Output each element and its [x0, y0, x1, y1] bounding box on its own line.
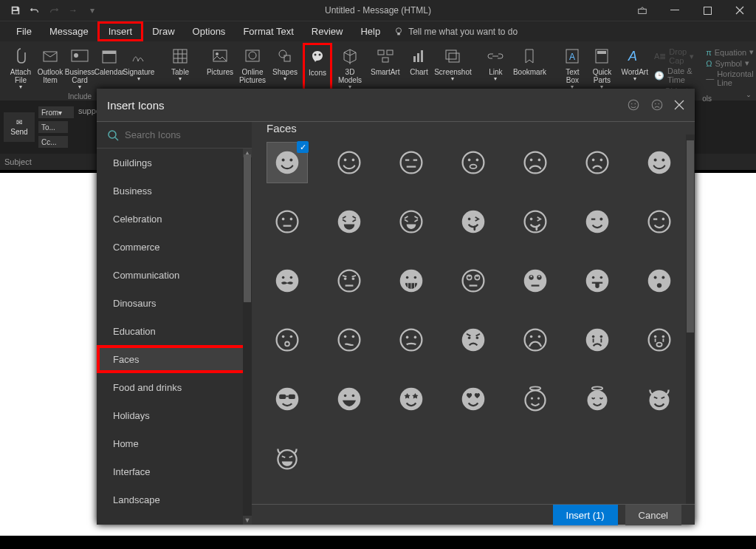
face-icon-neutral[interactable] — [391, 142, 432, 183]
tab-format-text[interactable]: Format Text — [234, 21, 302, 41]
face-icon-smile-solid[interactable]: ✓ — [267, 142, 308, 183]
svg-point-68 — [462, 211, 485, 233]
face-icon-sunglasses[interactable] — [267, 378, 308, 420]
category-commerce[interactable]: Commerce — [97, 233, 252, 261]
face-icon-meh[interactable] — [391, 319, 432, 361]
insert-button[interactable]: Insert (1) — [553, 505, 618, 525]
calendar-button[interactable]: Calendar — [94, 44, 124, 92]
grid-scroll-thumb[interactable] — [687, 140, 694, 333]
symbol-button[interactable]: ΩSymbol ▾ — [706, 58, 754, 68]
face-icon-surprised-outline[interactable] — [267, 319, 308, 361]
tab-review[interactable]: Review — [303, 21, 352, 41]
scroll-thumb[interactable] — [244, 154, 251, 302]
face-icon-worried[interactable] — [453, 319, 494, 361]
search-box[interactable] — [97, 122, 252, 149]
face-icon-bigfrown[interactable] — [515, 319, 556, 361]
tab-insert[interactable]: Insert — [97, 21, 144, 41]
face-icon-crying-outline[interactable] — [639, 319, 680, 361]
category-faces[interactable]: Faces — [97, 345, 252, 373]
to-button[interactable]: To... — [38, 121, 68, 133]
from-button[interactable]: From ▾ — [38, 106, 74, 118]
face-icon-silly-outline[interactable] — [515, 201, 556, 242]
icon-category-header: Faces — [252, 122, 695, 134]
feedback-frown-icon[interactable] — [650, 98, 664, 112]
cc-button[interactable]: Cc... — [38, 136, 68, 148]
face-icon-crying[interactable] — [577, 319, 618, 361]
face-icon-angel[interactable] — [515, 378, 556, 420]
category-scrollbar[interactable]: ▲ ▼ — [243, 149, 252, 525]
tab-message[interactable]: Message — [41, 21, 97, 41]
tab-options[interactable]: Options — [184, 21, 235, 41]
ribbon-options-icon[interactable] — [626, 0, 659, 21]
face-icon-eyeroll-solid[interactable] — [515, 260, 556, 301]
category-business[interactable]: Business — [97, 177, 252, 205]
category-education[interactable]: Education — [97, 317, 252, 345]
lightbulb-icon — [394, 27, 404, 37]
face-icon-smile-solid2[interactable] — [639, 142, 680, 183]
close-button[interactable] — [724, 0, 756, 21]
face-icon-wink-outline[interactable] — [639, 201, 680, 242]
face-icon-wink[interactable] — [577, 201, 618, 242]
minimize-button[interactable] — [659, 0, 691, 21]
attach-file-button[interactable]: Attach File▾ — [6, 44, 35, 92]
signature-button[interactable]: Signature▾ — [124, 44, 154, 92]
face-icon-devil-outline[interactable] — [267, 437, 308, 479]
face-icon-smile-outline[interactable] — [329, 142, 370, 183]
category-holidays[interactable]: Holidays — [97, 401, 252, 429]
outlook-item-button[interactable]: Outlook Item — [35, 44, 65, 92]
cancel-button[interactable]: Cancel — [625, 505, 681, 525]
face-icon-confused[interactable] — [329, 319, 370, 361]
face-icon-starry[interactable] — [391, 378, 432, 420]
category-dinosaurs[interactable]: Dinosaurs — [97, 289, 252, 317]
svg-point-122 — [538, 335, 541, 338]
category-communication[interactable]: Communication — [97, 261, 252, 289]
category-buildings[interactable]: Buildings — [97, 149, 252, 177]
category-celebration[interactable]: Celebration — [97, 205, 252, 233]
save-icon[interactable] — [10, 5, 21, 16]
face-icon-annoyed[interactable] — [329, 260, 370, 301]
business-card-button[interactable]: Business Card▾ — [65, 44, 94, 92]
svg-point-128 — [662, 335, 665, 338]
face-icon-devil[interactable] — [639, 378, 680, 420]
svg-point-57 — [592, 159, 595, 162]
tab-file[interactable]: File — [7, 21, 41, 41]
undo-icon[interactable] — [30, 5, 40, 16]
feedback-smile-icon[interactable] — [627, 98, 640, 112]
category-interface[interactable]: Interface — [97, 457, 252, 485]
datetime-button[interactable]: 🕒Date & Time — [654, 67, 694, 84]
qat-more-icon[interactable]: ▾ — [87, 5, 97, 16]
hline-button[interactable]: —Horizontal Line — [706, 69, 754, 87]
face-icon-angel-solid[interactable] — [577, 378, 618, 420]
svg-rect-24 — [421, 50, 423, 62]
svg-point-39 — [276, 151, 299, 174]
face-icon-neutral2[interactable] — [267, 201, 308, 242]
search-input[interactable] — [125, 129, 236, 140]
close-icon[interactable] — [674, 100, 684, 110]
face-icon-sad[interactable] — [577, 142, 618, 183]
tell-me[interactable]: Tell me what you want to do — [394, 27, 518, 37]
tab-draw[interactable]: Draw — [143, 21, 183, 41]
face-icon-eyeroll[interactable] — [453, 260, 494, 301]
face-icon-open-smile[interactable] — [453, 142, 494, 183]
maximize-button[interactable] — [691, 0, 724, 21]
ribbon-collapse-icon[interactable]: ˇ — [747, 95, 750, 105]
category-home[interactable]: Home — [97, 429, 252, 457]
category-food-drinks[interactable]: Food and drinks — [97, 373, 252, 401]
face-icon-laugh-outline[interactable] — [391, 201, 432, 242]
face-icon-grin[interactable] — [391, 260, 432, 301]
face-icon-bigsmile[interactable] — [329, 378, 370, 420]
send-button[interactable]: ✉ Send — [4, 112, 35, 142]
category-landscape[interactable]: Landscape — [97, 485, 252, 514]
face-icon-tongue[interactable] — [577, 260, 618, 301]
grid-scrollbar[interactable] — [686, 134, 695, 504]
face-icon-frown[interactable] — [515, 142, 556, 183]
face-icon-hearteyes[interactable] — [453, 378, 494, 420]
svg-point-7 — [74, 53, 78, 58]
equation-button[interactable]: πEquation ▾ — [706, 47, 754, 57]
face-icon-mustache[interactable] — [267, 260, 308, 301]
face-icon-surprised[interactable] — [639, 260, 680, 301]
face-icon-silly[interactable] — [453, 201, 494, 242]
scroll-down-icon[interactable]: ▼ — [243, 516, 252, 525]
tab-help[interactable]: Help — [351, 21, 389, 41]
face-icon-laugh[interactable] — [329, 201, 370, 242]
